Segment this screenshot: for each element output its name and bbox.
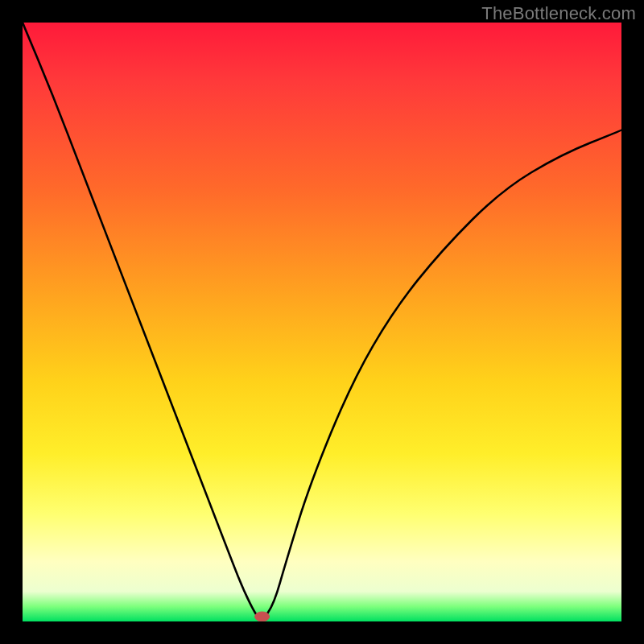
attribution-label: TheBottleneck.com xyxy=(481,3,636,24)
plot-area xyxy=(23,23,621,621)
curve-svg xyxy=(23,23,621,621)
bottleneck-curve xyxy=(23,23,621,619)
chart-frame: TheBottleneck.com xyxy=(0,0,644,644)
optimal-point-marker xyxy=(255,612,270,621)
